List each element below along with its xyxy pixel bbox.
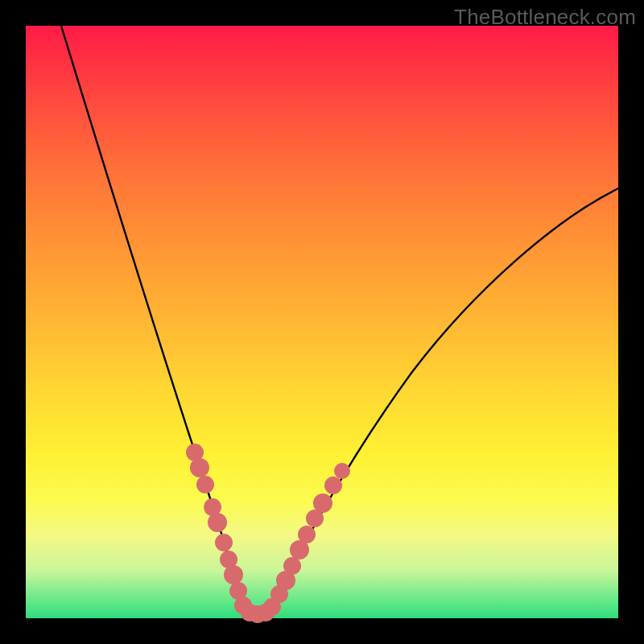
marker-dot	[313, 493, 332, 513]
plot-area	[26, 26, 618, 618]
marker-dot	[208, 513, 227, 532]
marker-dot	[334, 463, 350, 479]
curve-group	[61, 26, 618, 617]
marker-dot	[283, 557, 301, 575]
marker-dot	[224, 565, 243, 584]
bottleneck-curve	[61, 26, 618, 617]
marker-dot	[190, 458, 209, 477]
marker-dot	[215, 534, 233, 551]
marker-dot	[324, 477, 342, 494]
marker-dot	[196, 476, 214, 493]
chart-frame: TheBottleneck.com	[0, 0, 644, 644]
marker-dot	[298, 526, 316, 543]
chart-svg	[26, 26, 618, 618]
marker-group	[186, 444, 350, 623]
